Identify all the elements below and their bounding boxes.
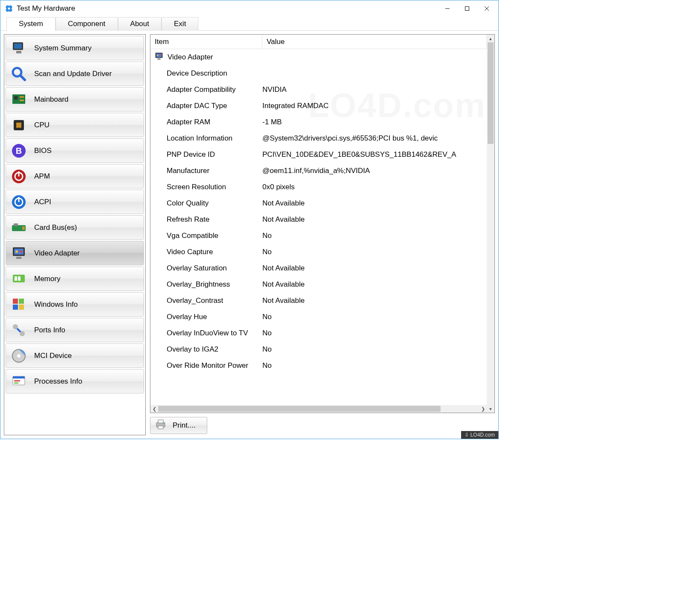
grid-row[interactable]: Device Description — [150, 65, 487, 82]
grid-cell-value: No — [262, 248, 487, 256]
svg-point-46 — [17, 354, 21, 358]
grid-cell-value: Not Available — [262, 264, 487, 273]
sidebar-item-label: Mainboard — [34, 95, 68, 104]
grid-row[interactable]: Video CaptureNo — [150, 244, 487, 260]
grid-row[interactable]: Overlay_BrightnessNot Available — [150, 276, 487, 293]
tab-component[interactable]: Component — [56, 17, 118, 31]
svg-rect-48 — [13, 376, 25, 378]
vertical-scrollbar[interactable]: ▴ ▾ — [487, 35, 494, 413]
sidebar-item-cpu[interactable]: CPU — [6, 113, 144, 137]
sidebar-item-apm[interactable]: APM — [6, 164, 144, 188]
maximize-button[interactable] — [457, 2, 477, 15]
grid-cell-item: Location Information — [150, 134, 262, 143]
horizontal-scrollbar[interactable]: ❮ ❯ — [150, 405, 487, 413]
minimize-button[interactable] — [438, 2, 457, 15]
grid-cell-item: Manufacturer — [150, 167, 262, 175]
cpu-icon — [9, 116, 28, 135]
sidebar-item-memory[interactable]: Memory — [6, 267, 144, 291]
grid-cell-item: Vga Compatible — [150, 232, 262, 240]
sidebar-item-card-bus-es-[interactable]: Card Bus(es) — [6, 215, 144, 240]
svg-rect-17 — [20, 100, 24, 101]
hscroll-thumb[interactable] — [158, 406, 441, 412]
sidebar-item-label: Card Bus(es) — [34, 223, 77, 232]
sidebar-item-bios[interactable]: BBIOS — [6, 138, 144, 163]
scroll-left-icon[interactable]: ❮ — [150, 405, 158, 413]
print-button[interactable]: Print.... — [150, 417, 207, 434]
video-icon — [154, 51, 164, 64]
vscroll-thumb[interactable] — [488, 42, 494, 144]
grid-row[interactable]: Overlay SaturationNot Available — [150, 260, 487, 276]
power-blue-icon — [9, 193, 28, 211]
grid-row[interactable]: Over Ride Monitor PowerNo — [150, 358, 487, 374]
app-window: Test My Hardware System Component About … — [0, 0, 499, 439]
column-header-value[interactable]: Value — [262, 35, 487, 49]
grid-cell-value: No — [262, 329, 487, 337]
sidebar-item-system-summary[interactable]: System Summary — [6, 36, 144, 60]
sidebar-item-scan-and-update-driver[interactable]: Scan and Update Driver — [6, 62, 144, 86]
column-header-item[interactable]: Item — [150, 35, 262, 49]
sidebar-item-ports-info[interactable]: Ports Info — [6, 318, 144, 342]
sidebar-item-label: APM — [34, 172, 50, 181]
grid-cell-item: Adapter DAC Type — [150, 102, 262, 110]
grid-cell-item: Overlay Saturation — [150, 264, 262, 273]
grid-row[interactable]: Overlay HueNo — [150, 309, 487, 325]
grid-cell-value: NVIDIA — [262, 85, 487, 94]
grid-cell-value: -1 MB — [262, 118, 487, 126]
sidebar-item-video-adapter[interactable]: Video Adapter — [6, 241, 144, 265]
tab-system[interactable]: System — [6, 17, 56, 31]
grid-cell-value: Not Available — [262, 280, 487, 289]
grid-cell-value: Not Available — [262, 215, 487, 224]
grid-cell-item: PNP Device ID — [150, 150, 262, 159]
grid-row[interactable]: Location Information@System32\drivers\pc… — [150, 130, 487, 147]
sidebar-item-processes-info[interactable]: Processes Info — [6, 369, 144, 393]
grid-row[interactable]: Adapter CompatibilityNVIDIA — [150, 82, 487, 98]
grid-cell-value: PCI\VEN_10DE&DEV_1BE0&SUBSYS_11BB1462&RE… — [262, 150, 487, 159]
category-sidebar: System SummaryScan and Update DriverMain… — [4, 34, 146, 435]
svg-rect-37 — [15, 276, 17, 281]
tab-about[interactable]: About — [118, 17, 162, 31]
grid-row[interactable]: Color QualityNot Available — [150, 195, 487, 211]
sidebar-item-mci-device[interactable]: MCI Device — [6, 343, 144, 368]
grid-cell-value: No — [262, 313, 487, 321]
sidebar-item-label: Video Adapter — [34, 249, 80, 258]
grid-cell-value: Integrated RAMDAC — [262, 102, 487, 110]
sidebar-item-label: CPU — [34, 121, 50, 129]
tab-exit[interactable]: Exit — [162, 17, 198, 31]
svg-point-4 — [8, 8, 10, 10]
svg-rect-15 — [14, 96, 18, 100]
app-icon — [5, 4, 13, 13]
grid-row[interactable]: Overlay_ContrastNot Available — [150, 293, 487, 309]
grid-row[interactable]: Overlay InDuoView to TVNo — [150, 325, 487, 341]
scroll-down-icon[interactable]: ▾ — [487, 405, 494, 413]
sidebar-item-label: Ports Info — [34, 326, 65, 334]
grid-row[interactable]: Adapter RAM-1 MB — [150, 114, 487, 130]
svg-point-34 — [20, 250, 22, 253]
grid-row[interactable]: Adapter DAC TypeIntegrated RAMDAC — [150, 98, 487, 114]
svg-rect-29 — [14, 223, 18, 226]
sidebar-item-acpi[interactable]: ACPI — [6, 190, 144, 214]
scroll-up-icon[interactable]: ▴ — [487, 35, 494, 42]
scroll-right-icon[interactable]: ❯ — [479, 405, 487, 413]
grid-row[interactable]: Refresh RateNot Available — [150, 211, 487, 228]
close-button[interactable] — [477, 2, 497, 15]
mci-icon — [9, 346, 28, 365]
grid-row[interactable]: PNP Device IDPCI\VEN_10DE&DEV_1BE0&SUBSY… — [150, 147, 487, 163]
grid-root-row[interactable]: Video Adapter — [150, 49, 487, 65]
svg-point-53 — [157, 54, 159, 56]
grid-row[interactable]: Screen Resolution0x0 pixels — [150, 179, 487, 195]
grid-cell-item: Overlay_Brightness — [150, 280, 262, 289]
sidebar-item-windows-info[interactable]: Windows Info — [6, 292, 144, 317]
sidebar-item-mainboard[interactable]: Mainboard — [6, 87, 144, 111]
svg-rect-39 — [13, 299, 18, 304]
grid-row[interactable]: Manufacturer@oem11.inf,%nvidia_a%;NVIDIA — [150, 163, 487, 179]
grid-cell-item: Adapter RAM — [150, 118, 262, 126]
sidebar-item-label: BIOS — [34, 147, 52, 155]
grid-row[interactable]: Overlay to IGA2No — [150, 341, 487, 358]
svg-rect-58 — [158, 426, 163, 429]
grid-cell-item: Video Capture — [150, 248, 262, 256]
power-red-icon — [9, 167, 28, 186]
ports-icon — [9, 321, 28, 340]
grid-cell-item: Over Ride Monitor Power — [150, 361, 262, 370]
grid-row[interactable]: Vga CompatibleNo — [150, 228, 487, 244]
grid-cell-item: Color Quality — [150, 199, 262, 208]
